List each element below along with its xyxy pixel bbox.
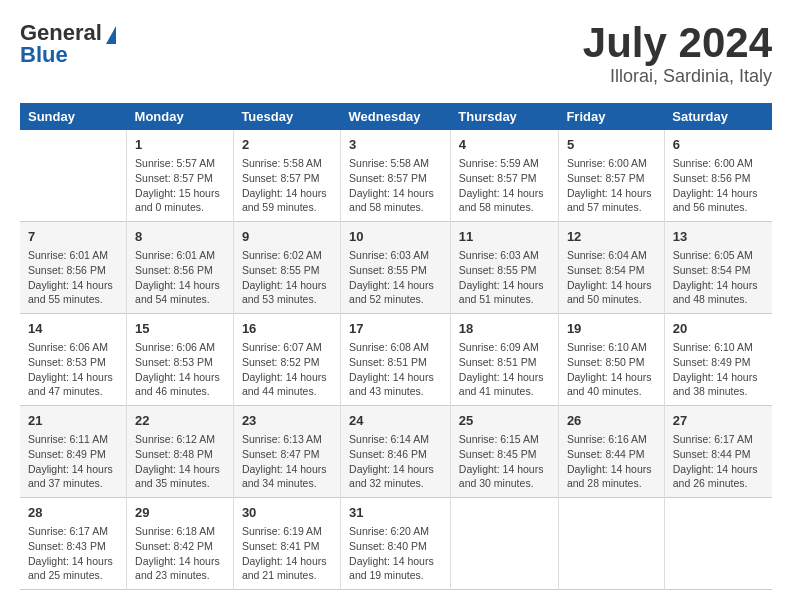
cell-info: and 58 minutes. [349, 200, 442, 215]
calendar-cell [664, 497, 772, 589]
logo-blue-text: Blue [20, 42, 68, 68]
cell-info: Sunset: 8:57 PM [135, 171, 225, 186]
weekday-header-wednesday: Wednesday [341, 103, 451, 130]
calendar-cell: 8Sunrise: 6:01 AMSunset: 8:56 PMDaylight… [127, 222, 234, 314]
cell-info: and 51 minutes. [459, 292, 550, 307]
calendar-cell: 1Sunrise: 5:57 AMSunset: 8:57 PMDaylight… [127, 130, 234, 221]
day-number: 23 [242, 412, 332, 430]
cell-info: Sunset: 8:56 PM [28, 263, 118, 278]
cell-info: Daylight: 14 hours [242, 370, 332, 385]
cell-info: Sunset: 8:42 PM [135, 539, 225, 554]
cell-info: Sunrise: 6:11 AM [28, 432, 118, 447]
cell-info: Daylight: 14 hours [673, 278, 764, 293]
cell-info: Sunset: 8:50 PM [567, 355, 656, 370]
cell-info: and 41 minutes. [459, 384, 550, 399]
weekday-header-thursday: Thursday [450, 103, 558, 130]
calendar-cell: 20Sunrise: 6:10 AMSunset: 8:49 PMDayligh… [664, 314, 772, 406]
calendar-week-row: 28Sunrise: 6:17 AMSunset: 8:43 PMDayligh… [20, 497, 772, 589]
calendar-cell: 26Sunrise: 6:16 AMSunset: 8:44 PMDayligh… [558, 406, 664, 498]
cell-info: Daylight: 14 hours [459, 462, 550, 477]
calendar-cell: 21Sunrise: 6:11 AMSunset: 8:49 PMDayligh… [20, 406, 127, 498]
cell-info: Sunset: 8:48 PM [135, 447, 225, 462]
cell-info: Sunset: 8:46 PM [349, 447, 442, 462]
calendar-cell [558, 497, 664, 589]
day-number: 13 [673, 228, 764, 246]
day-number: 18 [459, 320, 550, 338]
cell-info: Sunrise: 5:59 AM [459, 156, 550, 171]
cell-info: Sunrise: 6:16 AM [567, 432, 656, 447]
cell-info: Daylight: 14 hours [459, 370, 550, 385]
logo-icon [106, 26, 116, 44]
weekday-header-tuesday: Tuesday [233, 103, 340, 130]
cell-info: Daylight: 14 hours [242, 462, 332, 477]
cell-info: Sunset: 8:49 PM [673, 355, 764, 370]
cell-info: Sunrise: 6:10 AM [673, 340, 764, 355]
day-number: 26 [567, 412, 656, 430]
calendar-cell: 13Sunrise: 6:05 AMSunset: 8:54 PMDayligh… [664, 222, 772, 314]
cell-info: Sunrise: 6:03 AM [349, 248, 442, 263]
cell-info: Sunrise: 6:17 AM [673, 432, 764, 447]
cell-info: Sunset: 8:54 PM [673, 263, 764, 278]
cell-info: Sunset: 8:51 PM [459, 355, 550, 370]
day-number: 7 [28, 228, 118, 246]
calendar-cell: 16Sunrise: 6:07 AMSunset: 8:52 PMDayligh… [233, 314, 340, 406]
day-number: 19 [567, 320, 656, 338]
cell-info: Daylight: 14 hours [673, 462, 764, 477]
page-header: General Blue July 2024 Illorai, Sardinia… [20, 20, 772, 87]
cell-info: Daylight: 14 hours [459, 186, 550, 201]
calendar-cell: 28Sunrise: 6:17 AMSunset: 8:43 PMDayligh… [20, 497, 127, 589]
cell-info: Sunset: 8:55 PM [242, 263, 332, 278]
calendar-table: SundayMondayTuesdayWednesdayThursdayFrid… [20, 103, 772, 590]
calendar-week-row: 14Sunrise: 6:06 AMSunset: 8:53 PMDayligh… [20, 314, 772, 406]
cell-info: Sunset: 8:45 PM [459, 447, 550, 462]
day-number: 10 [349, 228, 442, 246]
calendar-cell: 31Sunrise: 6:20 AMSunset: 8:40 PMDayligh… [341, 497, 451, 589]
cell-info: and 28 minutes. [567, 476, 656, 491]
day-number: 8 [135, 228, 225, 246]
cell-info: Sunrise: 6:05 AM [673, 248, 764, 263]
weekday-header-saturday: Saturday [664, 103, 772, 130]
cell-info: and 38 minutes. [673, 384, 764, 399]
calendar-cell: 14Sunrise: 6:06 AMSunset: 8:53 PMDayligh… [20, 314, 127, 406]
calendar-cell: 23Sunrise: 6:13 AMSunset: 8:47 PMDayligh… [233, 406, 340, 498]
cell-info: Daylight: 14 hours [567, 370, 656, 385]
cell-info: and 54 minutes. [135, 292, 225, 307]
cell-info: Daylight: 14 hours [567, 278, 656, 293]
cell-info: Sunrise: 6:00 AM [673, 156, 764, 171]
calendar-cell: 4Sunrise: 5:59 AMSunset: 8:57 PMDaylight… [450, 130, 558, 221]
cell-info: Sunrise: 6:01 AM [135, 248, 225, 263]
calendar-cell: 24Sunrise: 6:14 AMSunset: 8:46 PMDayligh… [341, 406, 451, 498]
cell-info: Sunrise: 5:58 AM [349, 156, 442, 171]
cell-info: Sunrise: 6:09 AM [459, 340, 550, 355]
cell-info: and 55 minutes. [28, 292, 118, 307]
cell-info: Daylight: 14 hours [349, 370, 442, 385]
calendar-cell: 7Sunrise: 6:01 AMSunset: 8:56 PMDaylight… [20, 222, 127, 314]
day-number: 2 [242, 136, 332, 154]
cell-info: and 53 minutes. [242, 292, 332, 307]
cell-info: and 34 minutes. [242, 476, 332, 491]
cell-info: Daylight: 14 hours [135, 462, 225, 477]
cell-info: Daylight: 14 hours [28, 554, 118, 569]
cell-info: Sunrise: 6:15 AM [459, 432, 550, 447]
calendar-cell: 6Sunrise: 6:00 AMSunset: 8:56 PMDaylight… [664, 130, 772, 221]
cell-info: Sunset: 8:56 PM [673, 171, 764, 186]
cell-info: Daylight: 14 hours [567, 186, 656, 201]
cell-info: and 26 minutes. [673, 476, 764, 491]
cell-info: Sunset: 8:40 PM [349, 539, 442, 554]
cell-info: Daylight: 14 hours [242, 554, 332, 569]
cell-info: and 19 minutes. [349, 568, 442, 583]
day-number: 20 [673, 320, 764, 338]
cell-info: Daylight: 14 hours [28, 370, 118, 385]
day-number: 21 [28, 412, 118, 430]
cell-info: Daylight: 14 hours [349, 554, 442, 569]
cell-info: and 57 minutes. [567, 200, 656, 215]
cell-info: and 52 minutes. [349, 292, 442, 307]
calendar-cell: 18Sunrise: 6:09 AMSunset: 8:51 PMDayligh… [450, 314, 558, 406]
cell-info: Sunset: 8:44 PM [673, 447, 764, 462]
cell-info: Daylight: 14 hours [242, 278, 332, 293]
cell-info: Sunset: 8:49 PM [28, 447, 118, 462]
calendar-subtitle: Illorai, Sardinia, Italy [583, 66, 772, 87]
day-number: 28 [28, 504, 118, 522]
cell-info: and 35 minutes. [135, 476, 225, 491]
cell-info: Sunrise: 5:57 AM [135, 156, 225, 171]
